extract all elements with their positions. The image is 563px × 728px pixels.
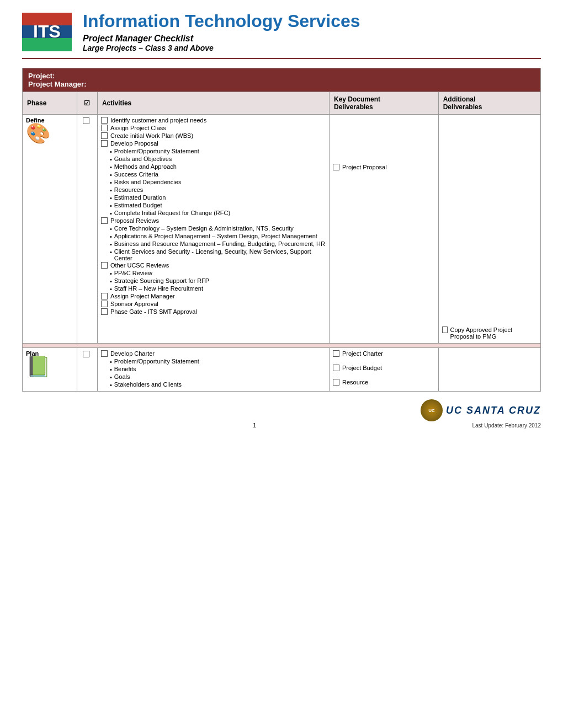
bullet-resources: •Resources (110, 186, 326, 194)
bullet-methods: •Methods and Approach (110, 163, 326, 170)
key-doc-proposal-cb[interactable] (333, 164, 339, 170)
checkbox-col-header: ☑ (77, 92, 97, 115)
project-header-cell: Project: Project Manager: (23, 68, 541, 92)
define-checkbox-cell[interactable] (77, 115, 97, 344)
bullet-strategic-text: Strategic Sourcing Support for RFP (114, 277, 209, 284)
activity-develop-proposal: Develop Proposal (101, 140, 326, 147)
key-doc-label: Key DocumentDeliverables (334, 95, 380, 111)
bullet-charter-stakeholders-text: Stakeholders and Clients (114, 381, 182, 388)
its-logo: ITS (22, 13, 72, 51)
define-icon: 🎨 (26, 124, 73, 143)
bullet-methods-text: Methods and Approach (114, 163, 177, 170)
bullet-charter-problem: •Problem/Opportunity Statement (110, 358, 326, 365)
plan-activities-cell: Develop Charter •Problem/Opportunity Sta… (97, 348, 329, 392)
bullet-est-budget: •Estimated Budget (110, 202, 326, 209)
plan-add-del-cell (438, 348, 540, 392)
page-number: 1 (253, 422, 256, 429)
key-doc-charter: Project Charter (333, 350, 435, 357)
bullet-rfc: •Complete Initial Request for Change (RF… (110, 210, 326, 217)
activity-phase-gate: Phase Gate - ITS SMT Approval (101, 308, 326, 315)
activity-sponsor: Sponsor Approval (101, 301, 326, 307)
activity-proposal-reviews: Proposal Reviews (101, 217, 326, 224)
key-doc-resource-cb[interactable] (333, 379, 339, 386)
activity-assign-class-text: Assign Project Class (110, 125, 166, 131)
bullet-success-text: Success Criteria (114, 171, 158, 178)
activity-identify-text: Identify customer and project needs (110, 117, 206, 124)
plan-key-doc-cell: Project Charter Project Budget Resource (329, 348, 438, 392)
plan-phase-cell: Plan 📗 (23, 348, 77, 392)
page-title: Information Technology Services (83, 11, 541, 31)
bullet-apps-pm: •Applications & Project Management – Sys… (110, 233, 326, 240)
last-update: Last Update: February 2012 (472, 422, 541, 429)
bullet-est-budget-text: Estimated Budget (114, 202, 162, 208)
separator-cell (23, 344, 541, 348)
activity-sponsor-text: Sponsor Approval (110, 301, 158, 307)
activity-develop-charter: Develop Charter (101, 350, 326, 357)
activity-develop-proposal-text: Develop Proposal (110, 140, 158, 147)
activity-cb-assign-class[interactable] (101, 125, 108, 131)
define-activities-cell: Identify customer and project needs Assi… (97, 115, 329, 344)
bullet-client-sec-text: Client Services and Security - Licensing… (114, 248, 326, 261)
page-header: ITS Information Technology Services Proj… (22, 11, 541, 59)
activity-cb-ucsc-reviews[interactable] (101, 262, 108, 269)
page-footer: 1 UC UC SANTA CRUZ Last Update: February… (22, 397, 541, 429)
activity-cb-develop-proposal[interactable] (101, 140, 108, 147)
ucsc-text: UC SANTA CRUZ (446, 405, 541, 416)
subtitle1: Project Manager Checklist (83, 34, 541, 44)
footer-logo-block: UC UC SANTA CRUZ Last Update: February 2… (421, 399, 541, 429)
add-del-col-header: AdditionalDeliverables (438, 92, 540, 115)
plan-checkbox-cell[interactable] (77, 348, 97, 392)
bullet-est-duration: •Estimated Duration (110, 194, 326, 201)
activity-phase-gate-text: Phase Gate - ITS SMT Approval (110, 308, 197, 315)
bullet-client-sec: •Client Services and Security - Licensin… (110, 248, 326, 261)
key-doc-proposal: Project Proposal (333, 164, 435, 170)
plan-icon: 📗 (26, 357, 73, 377)
bullet-resources-text: Resources (114, 186, 144, 193)
bullet-apps-pm-text: Applications & Project Management – Syst… (114, 233, 317, 239)
column-header-row: Phase ☑ Activities Key DocumentDeliverab… (23, 92, 541, 115)
activity-cb-work-plan[interactable] (101, 132, 108, 139)
plan-checkbox[interactable] (83, 351, 89, 357)
phase-col-header: Phase (23, 92, 77, 115)
bullet-staff-hr-text: Staff HR – New Hire Recruitment (114, 285, 203, 292)
key-doc-proposal-wrapper: Project Proposal (333, 164, 435, 170)
key-doc-proposal-text: Project Proposal (342, 164, 387, 170)
activity-cb-sponsor[interactable] (101, 301, 108, 307)
add-del-proposal-cb[interactable] (442, 326, 448, 333)
key-doc-resource-text: Resource (342, 379, 368, 386)
activity-develop-charter-text: Develop Charter (110, 350, 155, 357)
key-doc-charter-text: Project Charter (342, 350, 383, 357)
bullet-est-duration-text: Estimated Duration (114, 194, 166, 201)
bullet-risks: •Risks and Dependencies (110, 179, 326, 186)
bullet-core-tech: •Core Technology – System Design & Admin… (110, 225, 326, 232)
define-checkbox[interactable] (83, 117, 89, 124)
activity-work-plan-text: Create initial Work Plan (WBS) (110, 132, 193, 139)
bullet-goals: •Goals and Objectives (110, 156, 326, 163)
bullet-strategic: •Strategic Sourcing Support for RFP (110, 277, 326, 285)
activity-cb-develop-charter[interactable] (101, 350, 108, 357)
separator-row-define (23, 344, 541, 348)
activity-cb-identify[interactable] (101, 117, 108, 124)
key-doc-resource: Resource (333, 379, 435, 386)
ucsc-logo: UC UC SANTA CRUZ (421, 399, 541, 421)
bullet-ppc-text: PP&C Review (114, 270, 152, 276)
logo-text: ITS (33, 22, 61, 42)
activity-identify: Identify customer and project needs (101, 117, 326, 124)
activities-col-header: Activities (97, 92, 329, 115)
bullet-rfc-text: Complete Initial Request for Change (RFC… (114, 210, 230, 216)
activity-cb-phase-gate[interactable] (101, 308, 108, 315)
header-text-block: Information Technology Services Project … (83, 11, 541, 52)
activity-proposal-reviews-text: Proposal Reviews (110, 217, 159, 224)
key-doc-budget-cb[interactable] (333, 365, 339, 371)
ucsc-seal: UC (421, 399, 443, 421)
define-phase-cell: Define 🎨 (23, 115, 77, 344)
add-del-proposal-wrapper: Copy Approved Project Proposal to PMG (442, 326, 537, 340)
key-doc-charter-cb[interactable] (333, 350, 339, 357)
pm-label: Project Manager: (28, 80, 535, 88)
activity-cb-proposal-reviews[interactable] (101, 217, 108, 224)
activity-cb-assign-pm[interactable] (101, 293, 108, 299)
bullet-goals-text: Goals and Objectives (114, 156, 172, 162)
bullet-charter-problem-text: Problem/Opportunity Statement (114, 358, 199, 365)
activity-assign-class: Assign Project Class (101, 125, 326, 131)
key-doc-budget: Project Budget (333, 365, 435, 371)
